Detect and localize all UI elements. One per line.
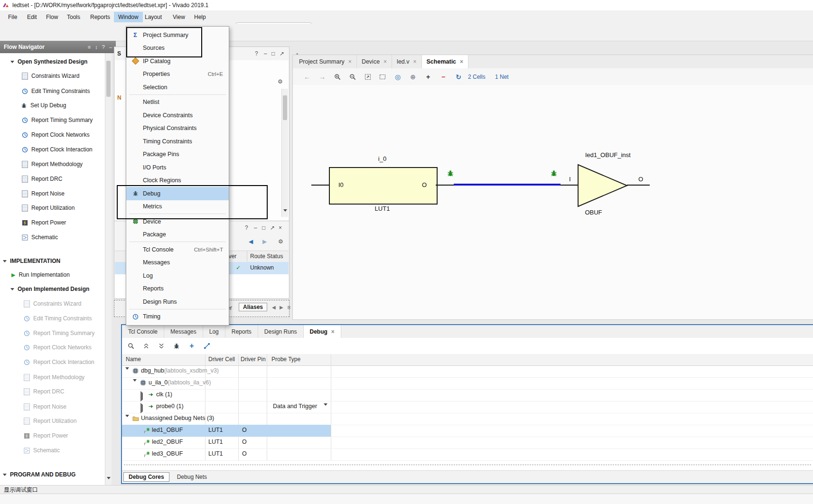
- collapse-cone-icon[interactable]: −: [438, 72, 449, 82]
- sidebar-item-report-clock-networks[interactable]: Report Clock Networks: [22, 130, 90, 140]
- menu-item-timing-constraints[interactable]: Timing Constraints: [126, 135, 229, 148]
- sidebar-item-constraints-wizard-impl[interactable]: Constraints Wizard: [24, 299, 81, 308]
- zoom-in-icon[interactable]: [332, 72, 343, 82]
- zoom-fit-icon[interactable]: [362, 72, 374, 82]
- add-probe-icon[interactable]: +: [187, 341, 197, 351]
- gear-icon[interactable]: ⚙: [278, 78, 283, 85]
- chevron-down-icon[interactable]: [324, 406, 327, 412]
- sidebar-item-report-methodology-impl[interactable]: Report Methodology: [24, 373, 84, 382]
- chevron-down-icon[interactable]: [3, 474, 7, 476]
- scrollbar-thumb[interactable]: [106, 61, 111, 97]
- back-icon[interactable]: ←: [301, 72, 313, 82]
- row-led1-obuf[interactable]: led1_OBUF LUT1 O: [122, 425, 813, 437]
- tab-debug-cores[interactable]: Debug Cores: [123, 472, 169, 482]
- menu-item-package-pins[interactable]: Package Pins: [126, 148, 229, 161]
- menu-item-messages[interactable]: Messages: [126, 256, 229, 270]
- locate-icon[interactable]: ◎: [392, 72, 403, 82]
- chevron-down-icon[interactable]: [125, 370, 129, 376]
- minimize-icon[interactable]: –: [264, 50, 267, 57]
- sidebar-item-report-utilization[interactable]: Report Utilization: [22, 203, 75, 213]
- close-icon[interactable]: ×: [383, 58, 387, 65]
- menu-flow[interactable]: Flow: [43, 12, 61, 22]
- tab-device[interactable]: Device×: [357, 55, 392, 68]
- menu-item-io-ports[interactable]: I/O Ports: [126, 161, 229, 174]
- collapse-all-icon[interactable]: [141, 341, 151, 351]
- sidebar-scrollbar[interactable]: [105, 53, 112, 485]
- sidebar-item-report-methodology[interactable]: Report Methodology: [22, 159, 83, 169]
- gear-icon[interactable]: ⚙: [278, 238, 283, 245]
- float-icon[interactable]: ↗: [270, 224, 275, 231]
- menu-view[interactable]: View: [169, 12, 188, 22]
- selected-net-wire[interactable]: [454, 184, 561, 186]
- help-icon[interactable]: ?: [255, 50, 258, 57]
- menu-help[interactable]: Help: [191, 12, 209, 22]
- chevron-right-icon[interactable]: [140, 405, 143, 411]
- column-driver-pin[interactable]: Driver Pin: [241, 356, 266, 363]
- tab-list-icon[interactable]: ≡: [287, 304, 290, 311]
- tab-design-runs[interactable]: Design Runs: [258, 325, 304, 338]
- sidebar-item-report-clock-interaction-impl[interactable]: Report Clock Interaction: [24, 357, 94, 367]
- schematic-canvas[interactable]: i_0 I0 O LUT1 led1_OBUF_inst I O OBUF: [293, 85, 813, 319]
- sidebar-item-schematic[interactable]: Schematic: [22, 233, 58, 242]
- debug-probe-marker-icon[interactable]: [447, 169, 454, 177]
- sidebar-item-report-utilization-impl[interactable]: Report Utilization: [24, 416, 76, 426]
- sidebar-item-report-noise-impl[interactable]: Report Noise: [24, 402, 66, 411]
- tab-project-summary[interactable]: Project Summary×: [294, 55, 357, 68]
- sidebar-item-report-timing-summary-impl[interactable]: Report Timing Summary: [24, 328, 94, 338]
- column-driver-cell[interactable]: Driver Cell: [208, 356, 235, 363]
- sidebar-item-report-noise[interactable]: Report Noise: [22, 189, 65, 198]
- obuf-cell[interactable]: [576, 161, 630, 210]
- menu-item-tcl-console[interactable]: Tcl ConsoleCtrl+Shift+T: [126, 243, 229, 256]
- float-icon[interactable]: ↗: [280, 50, 284, 57]
- sidebar-item-constraints-wizard[interactable]: Constraints Wizard: [22, 71, 79, 81]
- row-clk[interactable]: clk (1): [122, 389, 813, 401]
- menu-window[interactable]: Window: [114, 12, 143, 22]
- row-unassigned-nets[interactable]: Unassigned Debug Nets (3): [122, 413, 813, 425]
- tab-led-v[interactable]: led.v×: [392, 55, 421, 68]
- close-icon[interactable]: ×: [348, 58, 352, 65]
- row-led3-obuf[interactable]: led3_OBUF LUT1 O: [122, 448, 813, 461]
- sidebar-item-report-drc-impl[interactable]: Report DRC: [24, 387, 64, 396]
- sidebar-item-edit-timing-constraints[interactable]: Edit Timing Constraints: [22, 86, 90, 96]
- lut1-cell[interactable]: [329, 167, 438, 205]
- tab-reports[interactable]: Reports: [225, 325, 258, 338]
- minimize-icon[interactable]: –: [254, 224, 257, 231]
- menu-item-log[interactable]: Log: [126, 269, 229, 282]
- tab-messages[interactable]: Messages: [164, 325, 203, 338]
- menu-layout[interactable]: Layout: [141, 12, 165, 22]
- menu-item-selection[interactable]: Selection: [126, 81, 229, 94]
- sidebar-item-report-power[interactable]: Report Power: [22, 218, 66, 227]
- tab-tcl-console[interactable]: Tcl Console: [122, 325, 164, 338]
- sidebar-item-edit-timing-constraints-impl[interactable]: Edit Timing Constraints: [24, 314, 92, 323]
- menu-tools[interactable]: Tools: [64, 12, 84, 22]
- nets-count[interactable]: 1 Net: [495, 74, 509, 80]
- help-icon[interactable]: ?: [245, 224, 248, 231]
- scroll-right-icon[interactable]: ▶: [280, 305, 283, 310]
- tab-aliases[interactable]: Aliases: [239, 303, 267, 311]
- zoom-selection-icon[interactable]: [377, 72, 388, 82]
- search-icon[interactable]: [126, 341, 136, 351]
- chevron-down-icon[interactable]: [10, 61, 14, 63]
- menu-item-physical-constraints[interactable]: Physical Constraints: [126, 122, 229, 135]
- menu-item-reports[interactable]: Reports: [126, 282, 229, 296]
- options-icon[interactable]: ≡: [88, 44, 91, 50]
- expand-cone-icon[interactable]: +: [422, 72, 434, 82]
- chevron-down-icon[interactable]: [3, 260, 7, 262]
- help-icon[interactable]: ?: [102, 44, 105, 50]
- menu-item-package[interactable]: Package: [126, 228, 229, 242]
- connect-nets-icon[interactable]: [202, 341, 212, 351]
- row-probe0[interactable]: probe0 (1) Data and Trigger: [122, 401, 813, 413]
- menu-item-properties[interactable]: PropertiesCtrl+E: [126, 68, 229, 81]
- menu-item-timing[interactable]: Timing: [126, 310, 229, 324]
- sidebar-item-schematic-impl[interactable]: Schematic: [24, 446, 60, 455]
- column-name[interactable]: Name: [126, 356, 141, 363]
- sidebar-item-report-drc[interactable]: Report DRC: [22, 174, 62, 184]
- menu-item-design-runs[interactable]: Design Runs: [126, 295, 229, 308]
- scroll-left-icon[interactable]: ◀: [272, 305, 276, 310]
- probe-type-select[interactable]: Data and Trigger: [273, 403, 317, 410]
- row-dbg-hub[interactable]: dbg_hub(labtools_xsdbm_v3): [122, 365, 813, 378]
- menu-item-netlist[interactable]: Netlist: [126, 96, 229, 109]
- sidebar-section-program-and-debug[interactable]: PROGRAM AND DEBUG: [3, 470, 75, 479]
- sidebar-section-implementation[interactable]: IMPLEMENTATION: [3, 256, 60, 266]
- menu-file[interactable]: File: [5, 12, 20, 22]
